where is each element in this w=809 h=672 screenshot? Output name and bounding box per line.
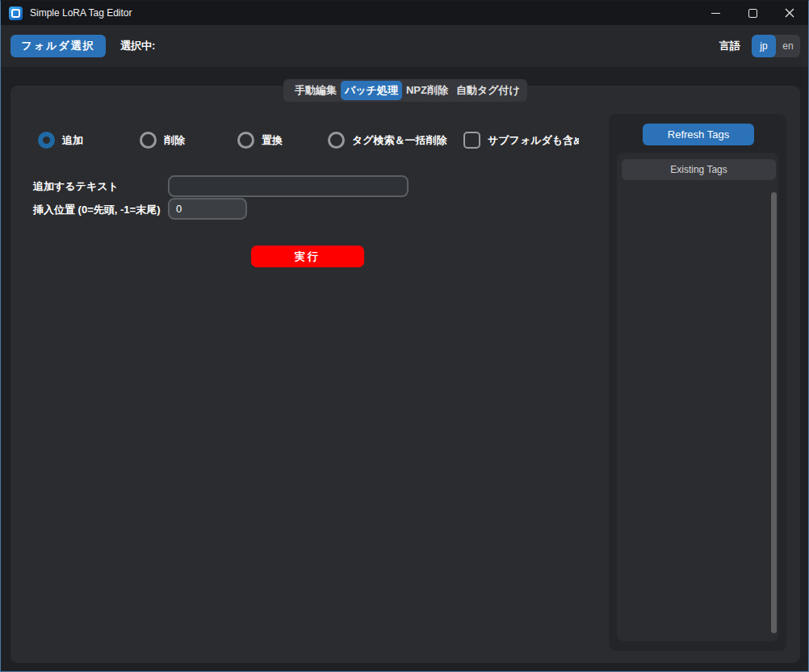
mode-delete[interactable]: 削除 [140, 132, 185, 149]
maximize-button[interactable] [734, 1, 771, 25]
language-label: 言語 [719, 25, 740, 67]
tab-npz-delete[interactable]: NPZ削除 [402, 81, 452, 100]
tags-panel: Refresh Tags Existing Tags [609, 114, 786, 651]
minimize-icon [711, 13, 720, 14]
language-switch: jp en [752, 35, 800, 57]
tab-manual-edit[interactable]: 手動編集 [291, 81, 341, 100]
radio-icon[interactable] [237, 132, 254, 149]
mode-add[interactable]: 追加 [38, 132, 83, 149]
title-bar: Simple LoRA Tag Editor [1, 1, 808, 25]
radio-icon[interactable] [140, 132, 157, 149]
selected-folder-label: 選択中: [120, 25, 155, 67]
existing-tags-header: Existing Tags [622, 159, 776, 180]
include-subfolders-label: サブフォルダも含める [488, 133, 579, 148]
mode-replace[interactable]: 置換 [237, 132, 283, 149]
window-controls [697, 1, 808, 25]
radio-icon[interactable] [328, 132, 345, 149]
language-option-jp[interactable]: jp [752, 35, 776, 57]
main-panel: 追加 削除 置換 タグ検索＆一括削除 サブフォルダも含める 追加するテキスト 挿… [10, 86, 800, 663]
existing-tags-list[interactable]: Existing Tags [617, 153, 778, 641]
insert-position-input[interactable] [168, 198, 247, 220]
app-icon [9, 6, 23, 20]
minimize-button[interactable] [697, 1, 734, 25]
close-icon [785, 8, 794, 18]
tab-bar: 手動編集 バッチ処理 NPZ削除 自動タグ付け [283, 79, 527, 102]
maximize-icon [748, 9, 757, 18]
mode-search-delete-label: タグ検索＆一括削除 [352, 133, 447, 148]
insert-position-label: 挿入位置 (0=先頭, -1=末尾) [33, 203, 160, 217]
refresh-tags-button[interactable]: Refresh Tags [643, 124, 754, 145]
include-subfolders-checkbox[interactable]: サブフォルダも含める [463, 132, 579, 149]
add-text-label: 追加するテキスト [33, 179, 119, 194]
window-title: Simple LoRA Tag Editor [30, 7, 132, 19]
close-button[interactable] [771, 1, 808, 25]
radio-checked-icon[interactable] [38, 132, 55, 149]
mode-replace-label: 置換 [262, 133, 283, 148]
toolbar: フォルダ選択 選択中: 言語 jp en [1, 25, 808, 67]
tags-scrollbar[interactable] [771, 192, 777, 633]
mode-search-delete[interactable]: タグ検索＆一括削除 [328, 132, 447, 149]
language-option-en[interactable]: en [776, 35, 800, 57]
tab-batch-process[interactable]: バッチ処理 [341, 81, 402, 100]
mode-delete-label: 削除 [164, 133, 185, 148]
app-window: Simple LoRA Tag Editor フォルダ選択 選択中: 言語 jp… [0, 0, 809, 672]
tab-auto-tagging[interactable]: 自動タグ付け [452, 81, 524, 100]
add-text-input[interactable] [168, 175, 409, 197]
mode-add-label: 追加 [62, 133, 83, 148]
execute-button[interactable]: 実行 [251, 246, 364, 267]
select-folder-button[interactable]: フォルダ選択 [10, 35, 106, 57]
checkbox-unchecked-icon[interactable] [463, 132, 480, 149]
